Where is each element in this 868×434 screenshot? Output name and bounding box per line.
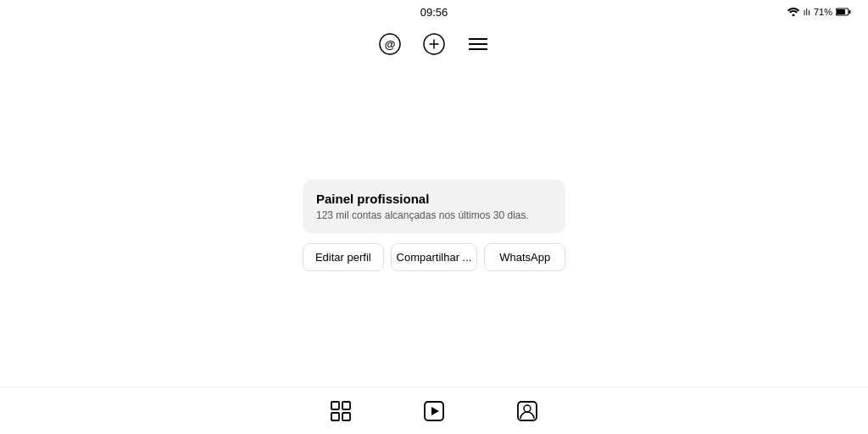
status-bar: 09:56 ılı 71% [0,0,868,24]
profile-icon[interactable] [515,398,540,424]
battery-text: 71% [814,7,832,17]
svg-point-0 [793,14,795,17]
action-buttons: Editar perfil Compartilhar ... WhatsApp [303,243,565,271]
threads-icon[interactable]: @ [376,31,403,58]
battery-icon [836,8,851,16]
signal-icon: ılı [803,7,810,17]
grid-icon[interactable] [328,398,353,424]
svg-rect-15 [342,413,350,420]
svg-rect-2 [849,10,851,14]
svg-rect-12 [331,402,339,409]
wifi-icon [787,8,799,16]
whatsapp-button[interactable]: WhatsApp [484,243,565,271]
reels-icon[interactable] [421,398,447,424]
edit-profile-button[interactable]: Editar perfil [303,243,384,271]
panel-card: Painel profissional 123 mil contas alcan… [303,180,565,233]
bottom-nav [0,387,868,434]
svg-rect-13 [342,402,350,409]
menu-icon[interactable] [465,31,492,58]
panel-title: Painel profissional [316,192,552,206]
status-icons: ılı 71% [787,7,851,17]
svg-marker-17 [431,407,439,415]
svg-rect-14 [331,413,339,420]
svg-rect-3 [837,9,845,14]
panel-subtitle: 123 mil contas alcançadas nos últimos 30… [316,209,552,221]
main-content: Painel profissional 123 mil contas alcan… [0,68,868,383]
svg-text:@: @ [385,38,396,51]
top-bar: @ [0,24,868,68]
status-time: 09:56 [420,6,448,19]
share-button[interactable]: Compartilhar ... [391,243,478,271]
add-icon[interactable] [420,31,448,58]
svg-point-19 [524,405,531,412]
